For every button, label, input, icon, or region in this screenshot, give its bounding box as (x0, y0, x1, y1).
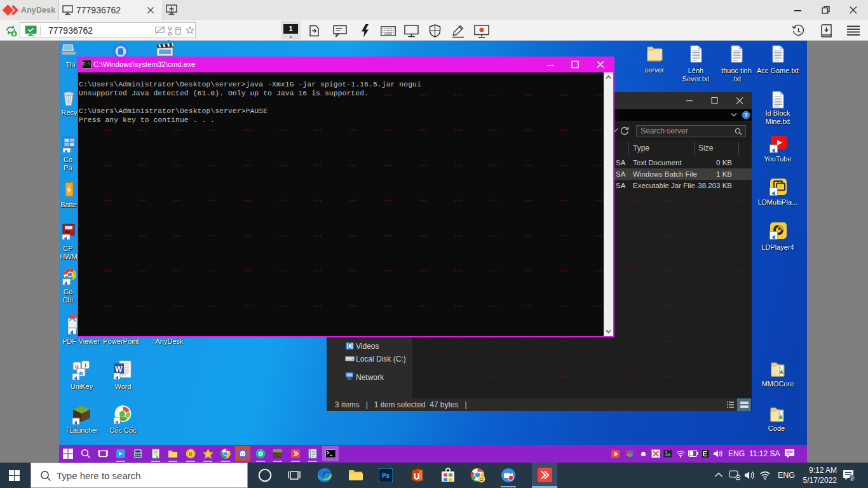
svg-text:?: ? (744, 111, 748, 118)
svg-text:n: n (79, 370, 83, 376)
svg-text:Ps: Ps (382, 472, 390, 479)
svg-text:D: D (189, 451, 193, 457)
svg-text:2: 2 (850, 475, 853, 482)
svg-text:i: i (85, 362, 86, 369)
svg-text:W: W (115, 365, 123, 374)
